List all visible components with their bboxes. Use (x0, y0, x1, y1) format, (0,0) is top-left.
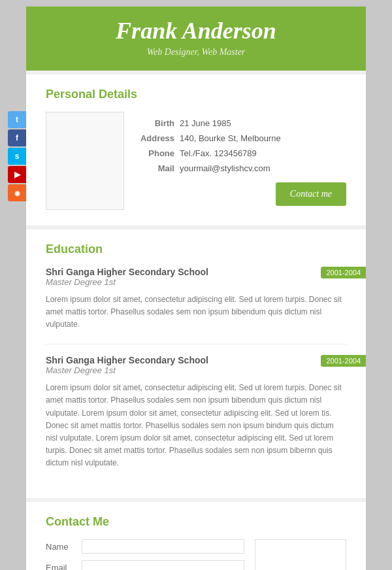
mail-row: Mail yourmail@stylishcv.com (137, 163, 346, 173)
birth-row: Birth 21 June 1985 (137, 118, 346, 128)
address-value: 140, Bourke St, Melbourne (180, 133, 281, 143)
mail-value: yourmail@stylishcv.com (180, 163, 270, 173)
contact-form: Name Email Object SEND MESSAGE (46, 539, 346, 570)
email-input[interactable] (82, 560, 244, 570)
mail-label: Mail (137, 163, 180, 173)
details-info: Birth 21 June 1985 Address 140, Bourke S… (137, 112, 346, 210)
social-skype-link[interactable]: s (8, 148, 26, 165)
education-entry-1: Shri Ganga Higher Secondary School Maste… (46, 267, 346, 331)
social-facebook-link[interactable]: f (8, 129, 26, 146)
edu-school-1: Shri Ganga Higher Secondary School Maste… (46, 267, 208, 292)
header-title: Web Designer, Web Master (39, 47, 353, 58)
email-label: Email (46, 563, 82, 570)
edu-years-1: 2001-2004 (321, 267, 366, 278)
social-sidebar: t f s ▶ ◉ (8, 111, 26, 201)
form-right (255, 539, 346, 570)
header: Frank Anderson Web Designer, Web Master (26, 7, 366, 71)
message-textarea[interactable] (255, 539, 346, 570)
edu-text-2: Lorem ipsum dolor sit amet, consectetur … (46, 382, 346, 469)
resume-page: t f s ▶ ◉ Frank Anderson Web Designer, W… (26, 7, 366, 570)
contact-section: Contact Me Name Email Object SEND MESSAG… (26, 502, 366, 570)
address-row: Address 140, Bourke St, Melbourne (137, 133, 346, 143)
address-label: Address (137, 133, 180, 143)
edu-text-1: Lorem ipsum dolor sit amet, consectetur … (46, 293, 346, 331)
education-entry-2: Shri Ganga Higher Secondary School Maste… (46, 355, 346, 469)
edu-divider (46, 344, 346, 344)
form-left: Name Email Object SEND MESSAGE (46, 539, 244, 570)
edu-years-2: 2001-2004 (321, 355, 366, 367)
edu-school-2-wrap: Shri Ganga Higher Secondary School Maste… (46, 355, 208, 380)
birth-label: Birth (137, 118, 180, 128)
social-youtube-link[interactable]: ▶ (8, 166, 26, 183)
name-row: Name (46, 539, 244, 554)
name-label: Name (46, 542, 82, 552)
personal-details-section: Personal Details Birth 21 June 1985 Addr… (26, 75, 366, 226)
profile-photo (46, 112, 124, 210)
edu-header-2: Shri Ganga Higher Secondary School Maste… (46, 355, 346, 380)
phone-row: Phone Tel./Fax. 123456789 (137, 148, 346, 158)
birth-value: 21 June 1985 (180, 118, 231, 128)
name-input[interactable] (82, 539, 244, 554)
contact-me-wrap: Contact me (137, 182, 346, 206)
education-section: Education Shri Ganga Higher Secondary Sc… (26, 229, 366, 499)
personal-details-content: Birth 21 June 1985 Address 140, Bourke S… (46, 112, 346, 210)
edu-header-1: Shri Ganga Higher Secondary School Maste… (46, 267, 346, 292)
phone-label: Phone (137, 148, 180, 158)
social-rss-link[interactable]: ◉ (8, 184, 26, 201)
phone-value: Tel./Fax. 123456789 (180, 148, 257, 158)
education-title: Education (46, 243, 346, 256)
contact-title: Contact Me (46, 515, 346, 529)
personal-details-title: Personal Details (46, 88, 346, 101)
header-name: Frank Anderson (39, 18, 353, 44)
contact-me-button[interactable]: Contact me (276, 182, 346, 206)
email-row: Email (46, 560, 244, 570)
social-twitter-link[interactable]: t (8, 111, 26, 128)
